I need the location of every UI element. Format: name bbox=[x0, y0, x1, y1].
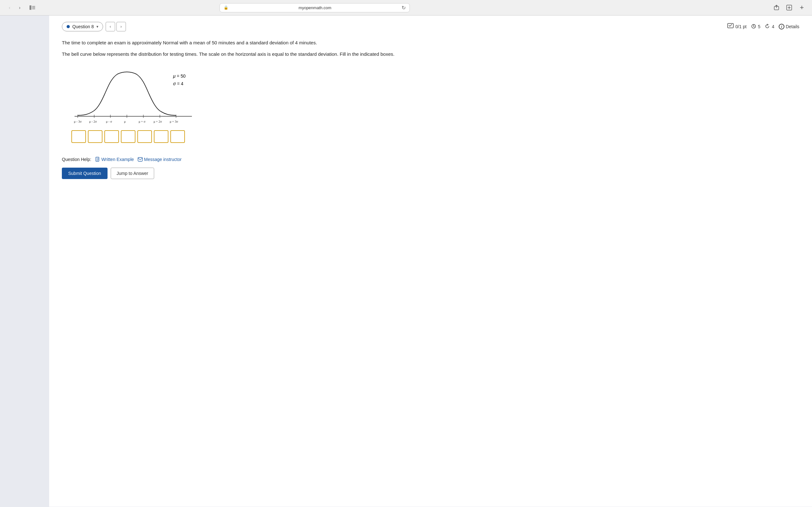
input-box-1[interactable] bbox=[71, 130, 86, 143]
retakes-text: 4 bbox=[772, 24, 774, 29]
svg-rect-24 bbox=[138, 158, 142, 161]
message-instructor-link[interactable]: Message instructor bbox=[138, 157, 182, 162]
browser-actions: + bbox=[771, 3, 807, 13]
new-tab-plus-button[interactable]: + bbox=[797, 3, 807, 13]
input-box-4[interactable] bbox=[121, 130, 136, 143]
svg-text:μ - 3σ: μ - 3σ bbox=[74, 120, 82, 123]
svg-rect-0 bbox=[30, 5, 32, 10]
svg-rect-3 bbox=[32, 9, 35, 9]
info-icon: i bbox=[779, 24, 784, 30]
jump-to-answer-button[interactable]: Jump to Answer bbox=[111, 168, 154, 179]
arrow-buttons: ‹ › bbox=[106, 22, 126, 32]
mu-label: μ = 50 bbox=[173, 72, 186, 80]
header-right: 0/1 pt 5 bbox=[727, 23, 799, 30]
chevron-down-icon: ▾ bbox=[96, 24, 98, 29]
svg-rect-2 bbox=[32, 7, 35, 8]
question-selector: Question 8 ▾ ‹ › bbox=[62, 22, 126, 32]
input-boxes-container bbox=[71, 130, 195, 143]
url-text: myopenmath.com bbox=[230, 5, 400, 10]
nav-buttons: ‹ › bbox=[5, 3, 24, 12]
written-example-link[interactable]: Written Example bbox=[95, 157, 134, 162]
retakes-info: 4 bbox=[765, 24, 774, 30]
sidebar-left bbox=[0, 15, 49, 507]
written-example-label: Written Example bbox=[101, 157, 134, 162]
submit-question-button[interactable]: Submit Question bbox=[62, 168, 107, 179]
svg-text:μ - σ: μ - σ bbox=[106, 120, 112, 123]
score-info: 0/1 pt bbox=[727, 23, 747, 30]
envelope-icon bbox=[138, 157, 143, 162]
svg-text:μ + σ: μ + σ bbox=[139, 120, 146, 123]
main-content: Question 8 ▾ ‹ › 0/1 pt bbox=[49, 15, 812, 507]
mu-sigma-labels: μ = 50 σ = 4 bbox=[173, 72, 186, 88]
forward-button[interactable]: › bbox=[15, 3, 24, 12]
address-bar[interactable]: 🔒 myopenmath.com ↻ bbox=[219, 3, 410, 12]
attempts-icon bbox=[751, 24, 756, 30]
svg-text:μ - 2σ: μ - 2σ bbox=[89, 120, 97, 123]
reload-button[interactable]: ↻ bbox=[402, 5, 406, 11]
question-dot bbox=[67, 25, 70, 28]
input-box-6[interactable] bbox=[154, 130, 168, 143]
question-header: Question 8 ▾ ‹ › 0/1 pt bbox=[62, 22, 799, 32]
details-button[interactable]: i Details bbox=[779, 24, 799, 30]
question-paragraph-2: The bell curve below represents the dist… bbox=[62, 50, 799, 58]
help-label: Question Help: bbox=[62, 157, 91, 162]
next-question-button[interactable]: › bbox=[116, 22, 126, 32]
sigma-label: σ = 4 bbox=[173, 80, 186, 88]
input-box-3[interactable] bbox=[104, 130, 119, 143]
check-icon bbox=[727, 23, 734, 30]
question-text: The time to complete an exam is approxim… bbox=[62, 39, 799, 58]
question-paragraph-1: The time to complete an exam is approxim… bbox=[62, 39, 799, 47]
retakes-icon bbox=[765, 24, 770, 30]
message-instructor-label: Message instructor bbox=[144, 157, 182, 162]
page-container: Question 8 ▾ ‹ › 0/1 pt bbox=[0, 15, 812, 507]
share-button[interactable] bbox=[771, 3, 781, 13]
details-label: Details bbox=[786, 24, 799, 29]
back-button[interactable]: ‹ bbox=[5, 3, 14, 12]
svg-text:μ: μ bbox=[124, 120, 125, 123]
input-box-5[interactable] bbox=[137, 130, 152, 143]
prev-question-button[interactable]: ‹ bbox=[106, 22, 115, 32]
input-box-7[interactable] bbox=[170, 130, 185, 143]
svg-text:μ + 2σ: μ + 2σ bbox=[154, 120, 162, 123]
document-icon bbox=[95, 157, 100, 162]
input-box-2[interactable] bbox=[88, 130, 102, 143]
action-buttons: Submit Question Jump to Answer bbox=[62, 168, 799, 179]
attempts-info: 5 bbox=[751, 24, 761, 30]
attempts-text: 5 bbox=[758, 24, 761, 29]
question-label: Question 8 bbox=[72, 24, 94, 29]
svg-rect-1 bbox=[32, 6, 35, 7]
browser-chrome: ‹ › 🔒 myopenmath.com ↻ + bbox=[0, 0, 812, 15]
diagram-container: μ = 50 σ = 4 bbox=[68, 69, 195, 143]
question-dropdown[interactable]: Question 8 ▾ bbox=[62, 22, 103, 32]
score-text: 0/1 pt bbox=[735, 24, 747, 29]
add-tab-button[interactable] bbox=[784, 3, 794, 13]
curve-wrapper: μ = 50 σ = 4 bbox=[68, 69, 195, 143]
svg-text:μ + 3σ: μ + 3σ bbox=[170, 120, 178, 123]
lock-icon: 🔒 bbox=[223, 5, 229, 10]
question-help: Question Help: Written Example Message i… bbox=[62, 157, 799, 162]
sidebar-toggle-button[interactable] bbox=[28, 3, 37, 12]
